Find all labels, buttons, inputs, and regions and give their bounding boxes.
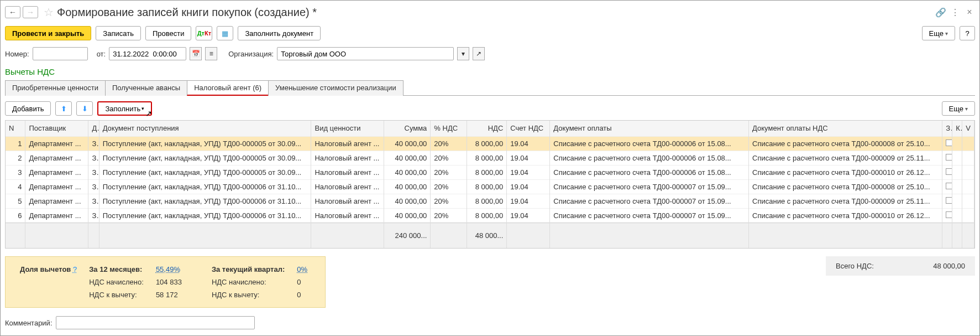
table-row[interactable]: 3Департамент ...ЗПоступление (акт, накла… [6, 165, 974, 179]
col-pnds[interactable]: % НДС [431, 121, 467, 136]
arrow-down-icon: ⬇ [82, 105, 88, 113]
deduction-share-panel: Доля вычетов ? За 12 месяцев: 55,49% За … [5, 256, 326, 308]
table-row[interactable]: 2Департамент ...ЗПоступление (акт, накла… [6, 151, 974, 165]
link-icon[interactable]: 🔗 [935, 7, 946, 18]
col-sum[interactable]: Сумма [384, 121, 431, 136]
post-and-close-button[interactable]: Провести и закрыть [5, 26, 91, 40]
col-y[interactable]: К [952, 121, 962, 136]
checkbox-icon[interactable] [946, 183, 952, 189]
number-label: Номер: [5, 50, 29, 58]
page-title: Формирование записей книги покупок (созд… [57, 6, 932, 19]
post-button[interactable]: Провести [145, 26, 192, 40]
col-opay[interactable]: Документ оплаты [550, 121, 749, 136]
pct-12m-link[interactable]: 55,49% [156, 265, 180, 273]
date-input[interactable] [109, 47, 186, 60]
tab-tax-agent[interactable]: Налоговый агент (6) [187, 80, 269, 96]
help-link[interactable]: ? [73, 265, 77, 273]
close-icon[interactable]: × [964, 7, 975, 18]
move-down-button[interactable]: ⬇ [76, 101, 93, 116]
col-d[interactable]: Д [88, 121, 99, 136]
date-menu-button[interactable]: ≡ [205, 47, 217, 60]
table-row[interactable]: 4Департамент ...ЗПоступление (акт, накла… [6, 179, 974, 194]
checkbox-icon[interactable] [946, 139, 952, 146]
move-up-button[interactable]: ⬆ [55, 101, 72, 116]
col-x[interactable]: З [942, 121, 952, 136]
fill-button[interactable]: Заполнить▾ [97, 101, 152, 116]
col-vid[interactable]: Вид ценности [311, 121, 384, 136]
footer-sum: 240 000... [384, 223, 431, 248]
help-button[interactable]: ? [960, 26, 975, 40]
col-nds[interactable]: НДС [467, 121, 507, 136]
col-n[interactable]: N [6, 121, 25, 136]
nav-back-button[interactable]: ← [5, 6, 20, 18]
checkbox-icon[interactable] [946, 168, 952, 175]
vat-deductions-heading: Вычеты НДС [5, 67, 975, 76]
tab-received-advances[interactable]: Полученные авансы [105, 80, 187, 96]
checkbox-icon[interactable] [946, 197, 952, 204]
arrow-up-icon: ⬆ [61, 105, 67, 113]
write-button[interactable]: Записать [96, 26, 141, 40]
more-button[interactable]: Еще [922, 26, 955, 40]
add-row-button[interactable]: Добавить [5, 101, 51, 116]
total-nds-box: Всего НДС: 48 000,00 [826, 256, 975, 276]
org-open-button[interactable]: ↗ [473, 47, 485, 60]
tab-acquired-values[interactable]: Приобретенные ценности [5, 80, 106, 96]
structure-button[interactable]: ▦ [217, 26, 233, 40]
org-dropdown-button[interactable]: ▾ [457, 47, 469, 60]
from-label: от: [97, 50, 106, 58]
footer-nds: 48 000... [467, 223, 507, 248]
calendar-icon: 📅 [192, 50, 200, 58]
tab-cost-reduction[interactable]: Уменьшение стоимости реализации [268, 80, 403, 96]
table-row[interactable]: 6Департамент ...ЗПоступление (акт, накла… [6, 208, 974, 223]
dtkt-button[interactable]: ДтКт [196, 26, 212, 40]
col-sch[interactable]: Счет НДС [507, 121, 550, 136]
nav-forward-button[interactable]: → [23, 6, 38, 18]
comment-input[interactable] [56, 316, 255, 329]
col-doc[interactable]: Документ поступления [99, 121, 311, 136]
favorite-star-icon[interactable]: ☆ [44, 6, 54, 19]
fill-document-button[interactable]: Заполнить документ [238, 26, 321, 40]
table-row[interactable]: 5Департамент ...ЗПоступление (акт, накла… [6, 194, 974, 208]
kebab-menu-icon[interactable]: ⋮ [950, 7, 961, 18]
structure-icon: ▦ [222, 29, 228, 38]
table-row[interactable]: 1Департамент ...ЗПоступление (акт, накла… [6, 136, 974, 151]
entries-table[interactable]: N Поставщик Д Документ поступления Вид ц… [6, 121, 974, 248]
checkbox-icon[interactable] [946, 211, 952, 218]
col-z[interactable]: V [962, 121, 974, 136]
calendar-button[interactable]: 📅 [190, 47, 202, 60]
comment-label: Комментарий: [5, 319, 53, 327]
col-opaynds[interactable]: Документ оплаты НДС [749, 121, 942, 136]
checkbox-icon[interactable] [946, 154, 952, 161]
org-input[interactable] [277, 47, 454, 60]
sub-more-button[interactable]: Еще [942, 101, 975, 116]
col-supplier[interactable]: Поставщик [25, 121, 88, 136]
org-label: Организация: [228, 50, 274, 58]
pct-cur-link[interactable]: 0% [297, 265, 307, 273]
number-input[interactable] [33, 47, 88, 60]
